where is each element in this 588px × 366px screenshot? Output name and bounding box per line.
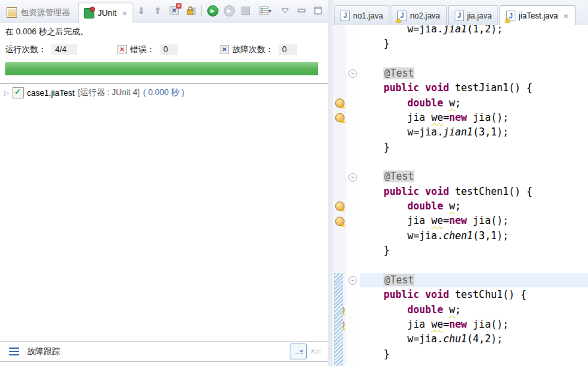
- code-line[interactable]: public void testChen1() {: [360, 184, 588, 199]
- show-stacktrace-filter-button[interactable]: →≡: [290, 344, 307, 359]
- code-line[interactable]: w=jia.jia1(1,2);: [360, 25, 588, 36]
- code-line[interactable]: }: [360, 347, 588, 361]
- collapse-icon[interactable]: −: [348, 69, 357, 78]
- suite-name: case1.jiaTest: [27, 89, 75, 98]
- minimize-icon[interactable]: [296, 5, 308, 17]
- editor-tab-label: jia.java: [467, 11, 492, 20]
- tab-package-explorer-label: 包资源管理器: [20, 7, 70, 18]
- code-line[interactable]: @Test: [360, 273, 588, 287]
- editor-tab-no2java[interactable]: Jno2.java: [391, 5, 446, 25]
- close-icon[interactable]: ✕: [563, 13, 568, 20]
- compare-result-button[interactable]: ⇱□: [310, 346, 321, 357]
- editor-tab-label: no2.java: [410, 11, 440, 20]
- editor-tab-no1java[interactable]: Jno1.java: [334, 5, 389, 25]
- editor-tab-jiajava[interactable]: Jjia.java: [448, 5, 498, 25]
- code-line[interactable]: }: [360, 36, 588, 51]
- scroll-lock-icon[interactable]: [185, 5, 197, 17]
- tree-separator: [0, 83, 328, 84]
- errors-counter: ✕ 错误： 0: [117, 44, 220, 55]
- warning-bulb-icon[interactable]: [335, 98, 344, 108]
- java-file-icon: J: [397, 11, 407, 21]
- panel-sash[interactable]: [328, 0, 333, 366]
- stop-test-run-icon[interactable]: [240, 5, 251, 17]
- test-run-history-icon[interactable]: ▾: [256, 5, 275, 17]
- editor-panel: Jno1.javaJno2.javaJjia.javaJjiaTest.java…: [333, 0, 588, 366]
- error-icon: ✕: [117, 45, 127, 54]
- code-line[interactable]: w=jia.chu1(4,2);: [360, 332, 588, 346]
- tab-package-explorer[interactable]: 包资源管理器: [1, 3, 75, 22]
- editor-tab-label: no1.java: [353, 11, 383, 20]
- run-status-text: 在 0.006 秒之后完成。: [5, 26, 88, 38]
- maximize-icon[interactable]: [312, 5, 324, 17]
- show-failures-only-icon[interactable]: ✕✕: [168, 5, 180, 17]
- failure-trace-icon: [9, 348, 19, 355]
- java-file-icon: J: [455, 11, 464, 21]
- code-line[interactable]: double w;: [360, 199, 588, 213]
- rerun-test-icon[interactable]: ▶: [207, 5, 218, 17]
- warning-bulb-icon[interactable]: [335, 201, 344, 211]
- warning-bulb-icon[interactable]: [335, 217, 344, 226]
- warning-overlay-icon: [396, 18, 401, 22]
- code-line[interactable]: jia we=new jia();: [360, 317, 588, 332]
- tab-junit-label: JUnit: [98, 9, 116, 18]
- suite-time: ( 0.000 秒 ): [143, 87, 185, 98]
- code-line[interactable]: w=jia.jian1(3,1);: [360, 125, 588, 139]
- code-line[interactable]: w=jia.chen1(3,1);: [360, 229, 588, 243]
- junit-view-panel: 包资源管理器 JUnit ✕ ⇓ ⇑ ✕✕ ▶: [0, 0, 328, 366]
- warning-bulb-icon[interactable]: [335, 113, 344, 122]
- junit-icon: [84, 8, 94, 18]
- code-line[interactable]: public void testChu1() {: [360, 287, 588, 302]
- code-line[interactable]: jia we=new jia();: [360, 213, 588, 228]
- code-line[interactable]: public void testJian1() {: [360, 81, 588, 95]
- code-line[interactable]: [360, 258, 588, 273]
- rerun-failed-first-icon[interactable]: ▶: [223, 5, 235, 17]
- editor-area[interactable]: −−− w=jia.jia1(1,2); } @Test public void…: [333, 25, 588, 366]
- code-line[interactable]: [360, 52, 588, 66]
- test-progress-bar: [5, 62, 318, 75]
- failure-trace-bar: 故障跟踪 →≡ ⇱□: [0, 341, 328, 362]
- next-failed-test-icon[interactable]: ⇓: [135, 5, 147, 17]
- expander-icon[interactable]: ▷: [4, 89, 9, 96]
- code-line[interactable]: }: [360, 243, 588, 258]
- failure-trace-label: 故障跟踪: [27, 346, 60, 357]
- code-line[interactable]: double w;: [360, 303, 588, 317]
- code-line[interactable]: }: [360, 140, 588, 155]
- java-file-icon: J: [341, 11, 350, 21]
- previous-failed-test-icon[interactable]: ⇑: [152, 5, 164, 17]
- code-lines: w=jia.jia1(1,2); } @Test public void tes…: [360, 25, 588, 361]
- tab-junit[interactable]: JUnit ✕: [78, 3, 133, 23]
- editor-tabbar: Jno1.javaJno2.javaJjia.javaJjiaTest.java…: [333, 0, 588, 26]
- errors-label: 错误：: [130, 44, 155, 55]
- view-tabbar: 包资源管理器 JUnit ✕ ⇓ ⇑ ✕✕ ▶: [0, 0, 328, 22]
- errors-value: 0: [160, 44, 179, 55]
- editor-tab-jiaTestjava[interactable]: JjiaTest.java✕: [500, 5, 575, 26]
- warning-overlay-icon: [505, 18, 510, 22]
- failure-icon: ✕: [220, 45, 229, 54]
- runs-counter: 运行次数： 4/4: [5, 44, 117, 55]
- code-line[interactable]: @Test: [360, 66, 588, 81]
- code-line[interactable]: @Test: [360, 169, 588, 184]
- package-explorer-icon: [7, 7, 17, 18]
- test-suite-icon: [13, 87, 24, 98]
- test-suite-row[interactable]: ▷ case1.jiaTest [运行器 : JUnit 4] ( 0.000 …: [4, 87, 184, 98]
- folding-ruler[interactable]: −−−: [346, 25, 360, 366]
- code-line[interactable]: [360, 155, 588, 169]
- close-icon[interactable]: ✕: [121, 10, 127, 17]
- toolbar-separator: [201, 5, 202, 16]
- failures-label: 故障次数：: [232, 44, 274, 55]
- runs-value: 4/4: [51, 44, 77, 55]
- suite-runner: [运行器 : JUnit 4]: [78, 87, 140, 98]
- junit-toolbar: ⇓ ⇑ ✕✕ ▶ ▶: [135, 5, 324, 17]
- method-range-indicator: [334, 273, 343, 366]
- runs-label: 运行次数：: [5, 44, 47, 55]
- collapse-icon[interactable]: −: [348, 173, 357, 182]
- editor-tab-label: jiaTest.java: [519, 11, 558, 20]
- failures-counter: ✕ 故障次数： 0: [220, 44, 297, 55]
- counters-bar: 运行次数： 4/4 ✕ 错误： 0 ✕ 故障次数： 0: [5, 42, 318, 57]
- code-line[interactable]: jia we=new jia();: [360, 110, 588, 125]
- view-menu-icon[interactable]: [279, 5, 291, 17]
- failures-value: 0: [278, 44, 298, 55]
- collapse-icon[interactable]: −: [348, 276, 357, 285]
- code-line[interactable]: double w;: [360, 96, 588, 110]
- java-file-icon: J: [506, 11, 515, 21]
